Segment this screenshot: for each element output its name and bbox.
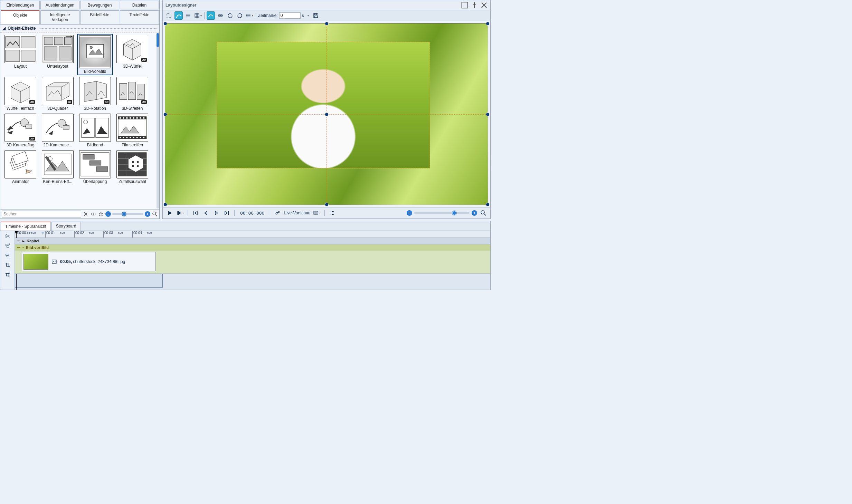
effect-3d-kameraflug[interactable]: 3D 3D-Kameraflug: [2, 113, 38, 148]
resize-handle[interactable]: [163, 113, 167, 116]
save-icon[interactable]: [312, 11, 320, 20]
resize-handle[interactable]: [325, 113, 329, 116]
crop-tool-2-icon[interactable]: [3, 271, 12, 279]
marker-icon[interactable]: ▼: [40, 231, 45, 236]
effect-unterlayout[interactable]: Unterlayout: [40, 34, 76, 75]
svg-rect-57: [89, 161, 101, 165]
svg-point-67: [137, 161, 139, 163]
effect-3d-quader[interactable]: 3D 3D-Quader: [40, 76, 76, 112]
svg-rect-2: [6, 50, 20, 61]
prev-frame-icon[interactable]: [202, 209, 210, 217]
resize-handle[interactable]: [486, 22, 490, 26]
close-icon[interactable]: [481, 2, 487, 9]
badge-3d: 3D: [29, 100, 35, 104]
effect-ueberlappung[interactable]: Überlappung: [77, 149, 113, 185]
goto-end-icon[interactable]: [223, 209, 231, 217]
tab-bewegungen[interactable]: Bewegungen: [80, 1, 119, 9]
effects-scrollbar[interactable]: [157, 33, 159, 209]
zoom-in-button[interactable]: [145, 211, 150, 217]
tab-dateien[interactable]: Dateien: [120, 1, 159, 9]
goto-start-icon[interactable]: [191, 209, 200, 217]
crop-tool-icon[interactable]: [3, 261, 12, 269]
pin-icon[interactable]: [471, 2, 478, 9]
effect-3d-streifen[interactable]: 3D 3D-Streifen: [114, 76, 150, 112]
section-header[interactable]: ◢ Objekt-Effekte: [0, 25, 159, 32]
track-kapitel[interactable]: ▸Kapitel: [15, 238, 490, 244]
resize-handle[interactable]: [163, 22, 167, 26]
clear-search-icon[interactable]: [83, 211, 89, 217]
collapse-icon[interactable]: ◢: [2, 26, 6, 31]
rotate-ccw-icon[interactable]: [236, 11, 244, 20]
panel-titlebar: Layoutdesigner: [163, 0, 490, 10]
effect-zufallsauswahl[interactable]: Zufallsauswahl: [114, 149, 150, 185]
svg-rect-3: [21, 50, 35, 61]
top-tabs: Einblendungen Ausblendungen Bewegungen D…: [0, 0, 159, 10]
timeline-main[interactable]: ✂ ▼ 00:00 500 00:01 500 00:02 500 00:03 …: [15, 231, 490, 290]
tab-ausblendungen[interactable]: Ausblendungen: [40, 1, 79, 9]
grid-tool-icon[interactable]: [194, 11, 202, 20]
play-from-icon[interactable]: [176, 209, 184, 217]
path-tool-icon[interactable]: [207, 11, 215, 20]
columns-icon[interactable]: [328, 209, 337, 217]
tab-storyboard[interactable]: Storyboard: [51, 222, 81, 231]
tab-bildeffekte[interactable]: Bildeffekte: [80, 10, 119, 24]
resize-handle[interactable]: [486, 113, 490, 116]
canvas-zoom-slider[interactable]: [414, 212, 470, 214]
search-input[interactable]: [2, 211, 81, 217]
effect-bild-vor-bild[interactable]: Bild-vor-Bild: [77, 34, 113, 75]
timecode-unit-dropdown[interactable]: [305, 11, 310, 20]
resize-handle[interactable]: [486, 203, 490, 206]
live-preview-toggle-icon[interactable]: [274, 209, 282, 217]
effect-ken-burns[interactable]: Ken-Burns-Eff...: [40, 149, 76, 185]
scissors-marker-icon[interactable]: ✂: [27, 231, 31, 236]
effect-animator[interactable]: Animator: [2, 149, 38, 185]
svg-rect-47: [136, 137, 138, 138]
rotate-cw-icon[interactable]: [226, 11, 234, 20]
fit-canvas-icon[interactable]: [479, 209, 487, 217]
effect-bildband[interactable]: Bildband: [77, 113, 113, 148]
effect-filmstreifen[interactable]: Filmstreifen: [114, 113, 150, 148]
effect-3d-wuerfel[interactable]: 3D 3D-Würfel: [114, 34, 150, 75]
effect-wuerfel-einfach[interactable]: 3D Würfel, einfach: [2, 76, 38, 112]
timecode-input[interactable]: [279, 12, 301, 19]
tab-timeline[interactable]: Timeline - Spuransicht: [1, 222, 51, 231]
tab-einblendungen[interactable]: Einblendungen: [1, 1, 40, 9]
play-icon[interactable]: [165, 209, 174, 217]
live-preview-label: Live-Vorschau: [284, 211, 310, 215]
canvas-selected-object[interactable]: [217, 42, 429, 169]
thumbnail-zoom-slider[interactable]: [112, 213, 143, 215]
next-frame-icon[interactable]: [212, 209, 220, 217]
timeline-ruler[interactable]: ✂ ▼ 00:00 500 00:01 500 00:02 500 00:03 …: [15, 231, 490, 238]
resize-handle[interactable]: [325, 22, 329, 26]
select-tool-icon[interactable]: [165, 11, 173, 20]
maximize-icon[interactable]: [461, 2, 468, 9]
tab-intelligente-vorlagen[interactable]: Intelligente Vorlagen: [40, 10, 79, 24]
star-icon[interactable]: [98, 211, 104, 217]
effect-layout[interactable]: Layout: [2, 34, 38, 75]
scissors-tool-icon[interactable]: [3, 232, 12, 240]
timeline-clip[interactable]: 00:05, shutterstock_248734966.jpg: [22, 252, 156, 271]
keyframe-tool-icon[interactable]: [216, 11, 225, 20]
preview-quality-icon[interactable]: [313, 209, 321, 217]
magnify-reset-icon[interactable]: [152, 211, 158, 217]
eye-icon[interactable]: [90, 211, 96, 217]
svg-rect-43: [123, 137, 124, 138]
tab-texteffekte[interactable]: Texteffekte: [120, 10, 159, 24]
svg-point-90: [246, 17, 247, 17]
curve-tool-icon[interactable]: [174, 11, 183, 20]
resize-handle[interactable]: [325, 203, 329, 206]
canvas-zoom-out-button[interactable]: [407, 210, 412, 216]
effect-3d-rotation[interactable]: 3D 3D-Rotation: [77, 76, 113, 112]
add-track-icon[interactable]: +: [3, 242, 12, 250]
list-tool-icon[interactable]: [245, 11, 254, 20]
align-tool-icon[interactable]: [184, 11, 192, 20]
zoom-out-button[interactable]: [105, 211, 111, 217]
tab-objekte[interactable]: Objekte: [1, 10, 40, 24]
resize-handle[interactable]: [163, 203, 167, 206]
canvas-zoom-in-button[interactable]: [472, 210, 477, 216]
designer-canvas[interactable]: [165, 23, 488, 205]
remove-track-icon[interactable]: −: [3, 252, 12, 259]
effect-2d-kameraschwenk[interactable]: 2D-Kamerasc...: [40, 113, 76, 148]
effect-label: Layout: [3, 64, 37, 69]
track-bild-vor-bild[interactable]: •Bild-vor-Bild 00:05, shutterstock_24873…: [15, 244, 490, 274]
